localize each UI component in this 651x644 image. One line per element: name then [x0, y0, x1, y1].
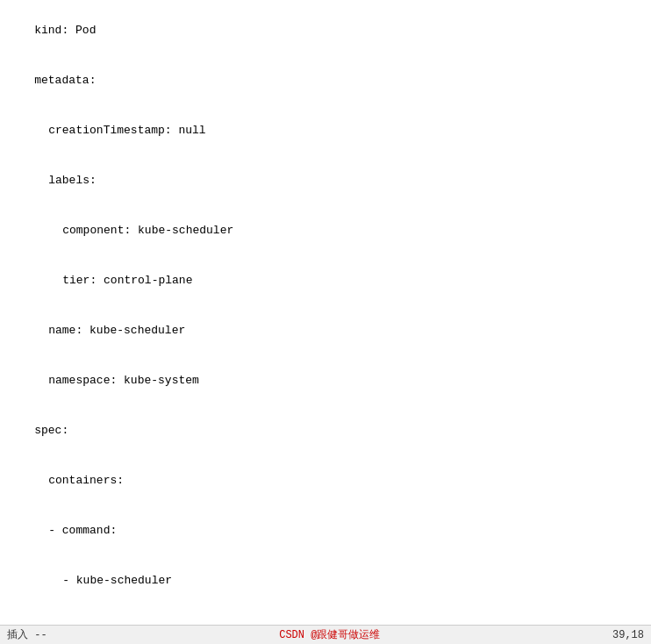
- line-containers: containers:: [7, 455, 644, 505]
- code-editor: kind: Pod metadata: creationTimestamp: n…: [0, 0, 651, 632]
- line-namespace: namespace: kube-system: [7, 355, 644, 405]
- line-component: component: kube-scheduler: [7, 205, 644, 255]
- csdn-watermark: CSDN @跟健哥做运维: [279, 627, 380, 642]
- line-spec: spec:: [7, 405, 644, 455]
- footer: 插入 -- CSDN @跟健哥做运维 39,18: [0, 625, 651, 644]
- line-tier: tier: control-plane: [7, 255, 644, 305]
- line-creation-timestamp: creationTimestamp: null: [7, 105, 644, 155]
- line-metadata: metadata:: [7, 55, 644, 105]
- line-cmd-kube-scheduler: - kube-scheduler: [7, 555, 644, 605]
- cursor-position-footer: 39,18: [612, 629, 644, 641]
- line-labels: labels:: [7, 155, 644, 205]
- insert-mode-label: 插入 --: [7, 627, 47, 642]
- line-kind: kind: Pod: [7, 5, 644, 55]
- line-command: - command:: [7, 505, 644, 555]
- line-name-meta: name: kube-scheduler: [7, 305, 644, 355]
- line-content: kind: Pod: [34, 24, 96, 37]
